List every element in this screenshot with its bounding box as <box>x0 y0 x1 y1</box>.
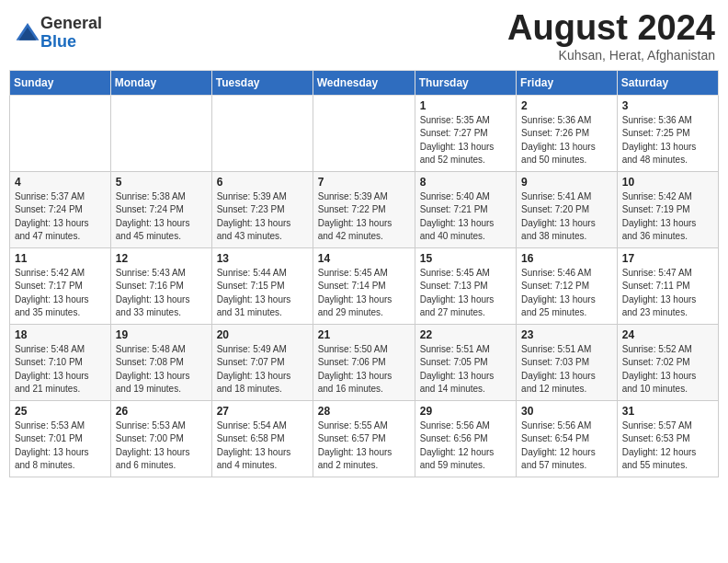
calendar-cell: 2Sunrise: 5:36 AMSunset: 7:26 PMDaylight… <box>517 95 618 171</box>
day-number: 14 <box>318 252 410 265</box>
calendar-week-row: 11Sunrise: 5:42 AMSunset: 7:17 PMDayligh… <box>10 247 719 324</box>
calendar-cell: 23Sunrise: 5:51 AMSunset: 7:03 PMDayligh… <box>517 324 618 400</box>
day-info: Sunrise: 5:54 AMSunset: 6:58 PMDaylight:… <box>217 419 308 473</box>
calendar-cell: 3Sunrise: 5:36 AMSunset: 7:25 PMDaylight… <box>617 95 718 171</box>
day-number: 30 <box>521 405 612 418</box>
calendar-cell: 12Sunrise: 5:43 AMSunset: 7:16 PMDayligh… <box>110 247 211 324</box>
day-number: 15 <box>420 252 511 265</box>
logo-icon <box>15 20 40 46</box>
day-number: 31 <box>622 405 713 418</box>
day-info: Sunrise: 5:47 AMSunset: 7:11 PMDaylight:… <box>622 267 713 320</box>
day-number: 2 <box>521 99 612 112</box>
day-info: Sunrise: 5:50 AMSunset: 7:06 PMDaylight:… <box>318 343 410 396</box>
day-number: 5 <box>116 176 207 189</box>
day-info: Sunrise: 5:46 AMSunset: 7:12 PMDaylight:… <box>521 267 612 320</box>
day-number: 7 <box>318 176 410 189</box>
day-info: Sunrise: 5:39 AMSunset: 7:23 PMDaylight:… <box>217 190 308 244</box>
calendar-week-row: 18Sunrise: 5:48 AMSunset: 7:10 PMDayligh… <box>10 324 719 400</box>
day-number: 4 <box>15 176 106 189</box>
logo: General Blue <box>13 15 102 52</box>
day-number: 6 <box>217 176 308 189</box>
calendar-cell <box>10 95 111 171</box>
weekday-header-wednesday: Wednesday <box>313 70 415 95</box>
calendar-cell: 19Sunrise: 5:48 AMSunset: 7:08 PMDayligh… <box>110 324 211 400</box>
day-info: Sunrise: 5:42 AMSunset: 7:17 PMDaylight:… <box>15 267 106 320</box>
calendar-cell: 7Sunrise: 5:39 AMSunset: 7:22 PMDaylight… <box>313 171 415 247</box>
day-number: 10 <box>622 176 713 189</box>
page-header: General Blue August 2024 Kuhsan, Herat, … <box>9 9 719 63</box>
location: Kuhsan, Herat, Afghanistan <box>507 48 715 63</box>
day-info: Sunrise: 5:36 AMSunset: 7:25 PMDaylight:… <box>622 114 713 167</box>
title-block: August 2024 Kuhsan, Herat, Afghanistan <box>507 9 715 63</box>
day-info: Sunrise: 5:36 AMSunset: 7:26 PMDaylight:… <box>521 114 612 167</box>
day-number: 13 <box>217 252 308 265</box>
day-number: 16 <box>521 252 612 265</box>
calendar-cell: 25Sunrise: 5:53 AMSunset: 7:01 PMDayligh… <box>10 400 111 477</box>
day-info: Sunrise: 5:53 AMSunset: 7:00 PMDaylight:… <box>116 419 207 473</box>
day-info: Sunrise: 5:48 AMSunset: 7:10 PMDaylight:… <box>15 343 106 396</box>
calendar-cell: 18Sunrise: 5:48 AMSunset: 7:10 PMDayligh… <box>10 324 111 400</box>
logo-text: General Blue <box>40 15 102 52</box>
day-number: 18 <box>15 328 106 341</box>
calendar-cell: 1Sunrise: 5:35 AMSunset: 7:27 PMDaylight… <box>415 95 516 171</box>
calendar-cell: 17Sunrise: 5:47 AMSunset: 7:11 PMDayligh… <box>617 247 718 324</box>
calendar-cell: 24Sunrise: 5:52 AMSunset: 7:02 PMDayligh… <box>617 324 718 400</box>
day-number: 26 <box>116 405 207 418</box>
weekday-header-sunday: Sunday <box>10 70 111 95</box>
weekday-header-monday: Monday <box>110 70 211 95</box>
calendar-cell: 8Sunrise: 5:40 AMSunset: 7:21 PMDaylight… <box>415 171 516 247</box>
month-title: August 2024 <box>507 9 715 48</box>
day-number: 28 <box>318 405 410 418</box>
weekday-header-tuesday: Tuesday <box>211 70 313 95</box>
day-number: 17 <box>622 252 713 265</box>
calendar-cell: 10Sunrise: 5:42 AMSunset: 7:19 PMDayligh… <box>617 171 718 247</box>
day-info: Sunrise: 5:39 AMSunset: 7:22 PMDaylight:… <box>318 190 410 244</box>
calendar-week-row: 1Sunrise: 5:35 AMSunset: 7:27 PMDaylight… <box>10 95 719 171</box>
calendar-cell: 15Sunrise: 5:45 AMSunset: 7:13 PMDayligh… <box>415 247 516 324</box>
day-number: 20 <box>217 328 308 341</box>
day-number: 3 <box>622 99 713 112</box>
calendar-cell: 13Sunrise: 5:44 AMSunset: 7:15 PMDayligh… <box>211 247 313 324</box>
logo-general-text: General <box>40 14 102 32</box>
day-info: Sunrise: 5:41 AMSunset: 7:20 PMDaylight:… <box>521 190 612 244</box>
calendar-cell: 4Sunrise: 5:37 AMSunset: 7:24 PMDaylight… <box>10 171 111 247</box>
calendar-week-row: 4Sunrise: 5:37 AMSunset: 7:24 PMDaylight… <box>10 171 719 247</box>
calendar-cell: 14Sunrise: 5:45 AMSunset: 7:14 PMDayligh… <box>313 247 415 324</box>
day-info: Sunrise: 5:37 AMSunset: 7:24 PMDaylight:… <box>15 190 106 244</box>
calendar-cell: 21Sunrise: 5:50 AMSunset: 7:06 PMDayligh… <box>313 324 415 400</box>
day-number: 9 <box>521 176 612 189</box>
day-info: Sunrise: 5:45 AMSunset: 7:14 PMDaylight:… <box>318 267 410 320</box>
day-info: Sunrise: 5:40 AMSunset: 7:21 PMDaylight:… <box>420 190 511 244</box>
day-info: Sunrise: 5:57 AMSunset: 6:53 PMDaylight:… <box>622 419 713 473</box>
weekday-header-row: SundayMondayTuesdayWednesdayThursdayFrid… <box>10 70 719 95</box>
calendar-cell: 11Sunrise: 5:42 AMSunset: 7:17 PMDayligh… <box>10 247 111 324</box>
calendar-cell: 27Sunrise: 5:54 AMSunset: 6:58 PMDayligh… <box>211 400 313 477</box>
day-info: Sunrise: 5:55 AMSunset: 6:57 PMDaylight:… <box>318 419 410 473</box>
day-info: Sunrise: 5:51 AMSunset: 7:05 PMDaylight:… <box>420 343 511 396</box>
day-info: Sunrise: 5:56 AMSunset: 6:56 PMDaylight:… <box>420 419 511 473</box>
day-number: 27 <box>217 405 308 418</box>
day-number: 1 <box>420 99 511 112</box>
calendar-cell: 20Sunrise: 5:49 AMSunset: 7:07 PMDayligh… <box>211 324 313 400</box>
day-info: Sunrise: 5:56 AMSunset: 6:54 PMDaylight:… <box>521 419 612 473</box>
day-info: Sunrise: 5:52 AMSunset: 7:02 PMDaylight:… <box>622 343 713 396</box>
calendar-cell: 26Sunrise: 5:53 AMSunset: 7:00 PMDayligh… <box>110 400 211 477</box>
calendar-cell: 31Sunrise: 5:57 AMSunset: 6:53 PMDayligh… <box>617 400 718 477</box>
day-info: Sunrise: 5:49 AMSunset: 7:07 PMDaylight:… <box>217 343 308 396</box>
calendar-cell: 9Sunrise: 5:41 AMSunset: 7:20 PMDaylight… <box>517 171 618 247</box>
calendar-cell: 28Sunrise: 5:55 AMSunset: 6:57 PMDayligh… <box>313 400 415 477</box>
day-number: 12 <box>116 252 207 265</box>
logo-blue-text: Blue <box>40 32 76 51</box>
day-info: Sunrise: 5:42 AMSunset: 7:19 PMDaylight:… <box>622 190 713 244</box>
weekday-header-friday: Friday <box>517 70 618 95</box>
day-number: 8 <box>420 176 511 189</box>
calendar-cell <box>211 95 313 171</box>
calendar-cell: 22Sunrise: 5:51 AMSunset: 7:05 PMDayligh… <box>415 324 516 400</box>
day-number: 22 <box>420 328 511 341</box>
day-number: 11 <box>15 252 106 265</box>
day-number: 21 <box>318 328 410 341</box>
calendar-table: SundayMondayTuesdayWednesdayThursdayFrid… <box>9 70 719 477</box>
day-number: 29 <box>420 405 511 418</box>
calendar-cell: 6Sunrise: 5:39 AMSunset: 7:23 PMDaylight… <box>211 171 313 247</box>
calendar-week-row: 25Sunrise: 5:53 AMSunset: 7:01 PMDayligh… <box>10 400 719 477</box>
